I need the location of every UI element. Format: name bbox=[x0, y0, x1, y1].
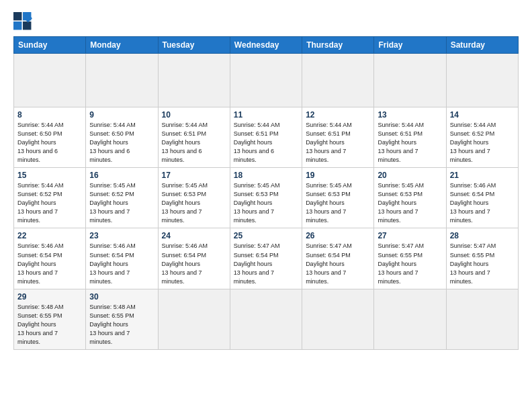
day-cell-15: 15Sunrise: 5:44 AMSunset: 6:52 PMDayligh… bbox=[14, 168, 86, 228]
day-info: Sunrise: 5:48 AMSunset: 6:55 PMDaylight … bbox=[89, 303, 154, 347]
day-cell-18: 18Sunrise: 5:45 AMSunset: 6:53 PMDayligh… bbox=[230, 168, 302, 228]
page: SundayMondayTuesdayWednesdayThursdayFrid… bbox=[0, 0, 532, 357]
day-info: Sunrise: 5:44 AMSunset: 6:51 PMDaylight … bbox=[378, 121, 442, 165]
weekday-header-saturday: Saturday bbox=[446, 37, 518, 54]
day-number: 8 bbox=[17, 110, 82, 120]
day-cell-22: 22Sunrise: 5:46 AMSunset: 6:54 PMDayligh… bbox=[14, 228, 86, 289]
week-row-1 bbox=[14, 54, 519, 107]
day-number: 16 bbox=[89, 171, 154, 180]
header bbox=[13, 12, 519, 31]
empty-cell bbox=[446, 289, 518, 349]
day-number: 11 bbox=[234, 110, 298, 120]
day-cell-12: 12Sunrise: 5:44 AMSunset: 6:51 PMDayligh… bbox=[302, 107, 374, 168]
day-info: Sunrise: 5:47 AMSunset: 6:55 PMDaylight … bbox=[378, 242, 442, 285]
day-cell-26: 26Sunrise: 5:47 AMSunset: 6:54 PMDayligh… bbox=[302, 228, 374, 289]
week-row-4: 22Sunrise: 5:46 AMSunset: 6:54 PMDayligh… bbox=[14, 228, 519, 289]
day-number: 23 bbox=[89, 231, 154, 240]
day-number: 29 bbox=[17, 292, 82, 302]
day-info: Sunrise: 5:46 AMSunset: 6:54 PMDaylight … bbox=[450, 181, 515, 225]
day-cell-29: 29Sunrise: 5:48 AMSunset: 6:55 PMDayligh… bbox=[14, 289, 86, 349]
svg-rect-3 bbox=[23, 21, 31, 30]
day-info: Sunrise: 5:48 AMSunset: 6:55 PMDaylight … bbox=[17, 303, 82, 347]
weekday-header-sunday: Sunday bbox=[14, 37, 86, 54]
week-row-2: 8Sunrise: 5:44 AMSunset: 6:50 PMDaylight… bbox=[14, 107, 519, 168]
day-number: 25 bbox=[234, 231, 298, 240]
day-info: Sunrise: 5:44 AMSunset: 6:51 PMDaylight … bbox=[234, 121, 298, 165]
day-number: 30 bbox=[89, 292, 154, 302]
day-number: 9 bbox=[89, 110, 154, 120]
day-cell-25: 25Sunrise: 5:47 AMSunset: 6:54 PMDayligh… bbox=[230, 228, 302, 289]
day-number: 27 bbox=[378, 231, 442, 240]
day-info: Sunrise: 5:45 AMSunset: 6:52 PMDaylight … bbox=[89, 181, 154, 225]
weekday-header-tuesday: Tuesday bbox=[158, 37, 230, 54]
day-number: 24 bbox=[162, 231, 226, 240]
logo bbox=[13, 12, 35, 31]
empty-cell bbox=[302, 54, 374, 107]
day-cell-24: 24Sunrise: 5:46 AMSunset: 6:54 PMDayligh… bbox=[158, 228, 230, 289]
weekday-header-row: SundayMondayTuesdayWednesdayThursdayFrid… bbox=[14, 37, 519, 54]
empty-cell bbox=[158, 54, 230, 107]
day-cell-8: 8Sunrise: 5:44 AMSunset: 6:50 PMDaylight… bbox=[14, 107, 86, 168]
weekday-header-wednesday: Wednesday bbox=[230, 37, 302, 54]
day-cell-17: 17Sunrise: 5:45 AMSunset: 6:53 PMDayligh… bbox=[158, 168, 230, 228]
day-number: 19 bbox=[306, 171, 370, 180]
weekday-header-friday: Friday bbox=[374, 37, 446, 54]
logo-icon bbox=[13, 12, 32, 31]
week-row-5: 29Sunrise: 5:48 AMSunset: 6:55 PMDayligh… bbox=[14, 289, 519, 349]
day-info: Sunrise: 5:47 AMSunset: 6:54 PMDaylight … bbox=[234, 242, 298, 285]
day-info: Sunrise: 5:45 AMSunset: 6:53 PMDaylight … bbox=[162, 181, 226, 225]
empty-cell bbox=[446, 54, 518, 107]
empty-cell bbox=[374, 289, 446, 349]
day-cell-16: 16Sunrise: 5:45 AMSunset: 6:52 PMDayligh… bbox=[86, 168, 158, 228]
day-info: Sunrise: 5:46 AMSunset: 6:54 PMDaylight … bbox=[17, 242, 82, 285]
day-info: Sunrise: 5:44 AMSunset: 6:52 PMDaylight … bbox=[17, 181, 82, 225]
day-info: Sunrise: 5:44 AMSunset: 6:51 PMDaylight … bbox=[306, 121, 370, 165]
day-cell-28: 28Sunrise: 5:47 AMSunset: 6:55 PMDayligh… bbox=[446, 228, 518, 289]
empty-cell bbox=[302, 289, 374, 349]
day-cell-23: 23Sunrise: 5:46 AMSunset: 6:54 PMDayligh… bbox=[86, 228, 158, 289]
day-number: 28 bbox=[450, 231, 515, 240]
day-info: Sunrise: 5:45 AMSunset: 6:53 PMDaylight … bbox=[234, 181, 298, 225]
day-cell-21: 21Sunrise: 5:46 AMSunset: 6:54 PMDayligh… bbox=[446, 168, 518, 228]
day-info: Sunrise: 5:45 AMSunset: 6:53 PMDaylight … bbox=[378, 181, 442, 225]
empty-cell bbox=[86, 54, 158, 107]
day-info: Sunrise: 5:45 AMSunset: 6:53 PMDaylight … bbox=[306, 181, 370, 225]
empty-cell bbox=[230, 289, 302, 349]
day-number: 26 bbox=[306, 231, 370, 240]
day-cell-13: 13Sunrise: 5:44 AMSunset: 6:51 PMDayligh… bbox=[374, 107, 446, 168]
day-cell-14: 14Sunrise: 5:44 AMSunset: 6:52 PMDayligh… bbox=[446, 107, 518, 168]
day-number: 21 bbox=[450, 171, 515, 180]
svg-rect-2 bbox=[13, 21, 21, 30]
day-info: Sunrise: 5:44 AMSunset: 6:51 PMDaylight … bbox=[162, 121, 226, 165]
day-number: 10 bbox=[162, 110, 226, 120]
day-cell-30: 30Sunrise: 5:48 AMSunset: 6:55 PMDayligh… bbox=[86, 289, 158, 349]
empty-cell bbox=[230, 54, 302, 107]
day-cell-27: 27Sunrise: 5:47 AMSunset: 6:55 PMDayligh… bbox=[374, 228, 446, 289]
day-info: Sunrise: 5:47 AMSunset: 6:54 PMDaylight … bbox=[306, 242, 370, 285]
empty-cell bbox=[374, 54, 446, 107]
day-cell-10: 10Sunrise: 5:44 AMSunset: 6:51 PMDayligh… bbox=[158, 107, 230, 168]
empty-cell bbox=[14, 54, 86, 107]
day-number: 18 bbox=[234, 171, 298, 180]
weekday-header-monday: Monday bbox=[86, 37, 158, 54]
day-info: Sunrise: 5:44 AMSunset: 6:50 PMDaylight … bbox=[17, 121, 82, 165]
calendar: SundayMondayTuesdayWednesdayThursdayFrid… bbox=[13, 36, 519, 350]
day-number: 14 bbox=[450, 110, 515, 120]
empty-cell bbox=[158, 289, 230, 349]
day-number: 22 bbox=[17, 231, 82, 240]
day-cell-19: 19Sunrise: 5:45 AMSunset: 6:53 PMDayligh… bbox=[302, 168, 374, 228]
day-cell-9: 9Sunrise: 5:44 AMSunset: 6:50 PMDaylight… bbox=[86, 107, 158, 168]
day-info: Sunrise: 5:46 AMSunset: 6:54 PMDaylight … bbox=[89, 242, 154, 285]
weekday-header-thursday: Thursday bbox=[302, 37, 374, 54]
day-number: 13 bbox=[378, 110, 442, 120]
day-info: Sunrise: 5:44 AMSunset: 6:50 PMDaylight … bbox=[89, 121, 154, 165]
day-info: Sunrise: 5:47 AMSunset: 6:55 PMDaylight … bbox=[450, 242, 515, 285]
day-number: 17 bbox=[162, 171, 226, 180]
week-row-3: 15Sunrise: 5:44 AMSunset: 6:52 PMDayligh… bbox=[14, 168, 519, 228]
day-number: 12 bbox=[306, 110, 370, 120]
day-cell-11: 11Sunrise: 5:44 AMSunset: 6:51 PMDayligh… bbox=[230, 107, 302, 168]
day-cell-20: 20Sunrise: 5:45 AMSunset: 6:53 PMDayligh… bbox=[374, 168, 446, 228]
day-info: Sunrise: 5:44 AMSunset: 6:52 PMDaylight … bbox=[450, 121, 515, 165]
day-info: Sunrise: 5:46 AMSunset: 6:54 PMDaylight … bbox=[162, 242, 226, 285]
day-number: 15 bbox=[17, 171, 82, 180]
